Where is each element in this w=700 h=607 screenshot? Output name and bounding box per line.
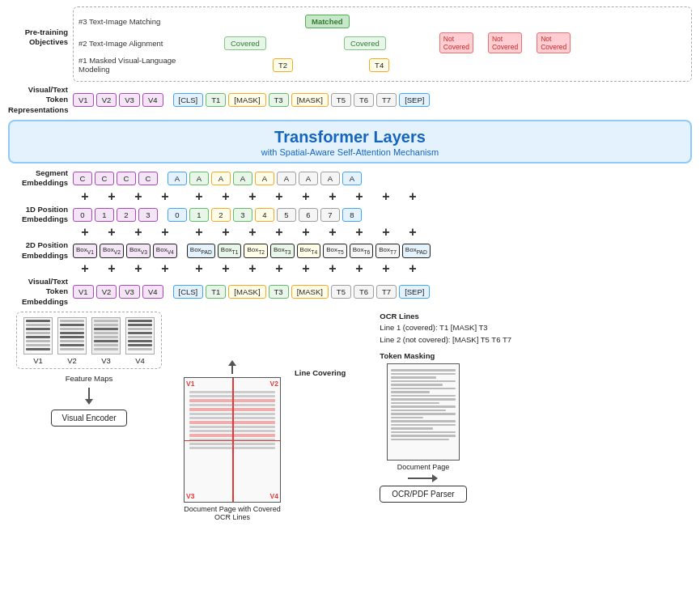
feat-img-v3 bbox=[91, 317, 121, 354]
doc-plain-area: Document Page OCR/PDF Parser bbox=[380, 363, 466, 503]
feature-maps-box: V1 V bbox=[16, 312, 162, 369]
plus-13: + bbox=[401, 189, 425, 204]
plus3-9: + bbox=[294, 261, 318, 276]
pos-t6: 6 bbox=[299, 208, 318, 222]
ocr-line-2: Line 2 (not covered): [MASK] T5 T6 T7 bbox=[380, 334, 511, 344]
ocr-lines-label: OCR Lines bbox=[380, 312, 511, 320]
vt-repr-label: Visual/Text TokenRepresentations bbox=[8, 85, 73, 115]
seg-c1: C bbox=[73, 172, 92, 185]
feat-v1-label: V1 bbox=[33, 356, 43, 365]
objectives-area: #3 Text-Image Matching Matched #2 Text-I… bbox=[73, 6, 692, 82]
emb-mask2: [MASK] bbox=[291, 285, 329, 299]
plus-12: + bbox=[374, 189, 398, 204]
plus-11: + bbox=[347, 189, 371, 204]
plus3-2: + bbox=[100, 261, 124, 276]
vt-mask1: [MASK] bbox=[228, 93, 265, 107]
vt-v1: V1 bbox=[73, 93, 94, 107]
plus3-6: + bbox=[214, 261, 238, 276]
plus-row-2: + + + + + + + + + + + + + bbox=[8, 225, 692, 240]
seg-a5: A bbox=[277, 172, 296, 185]
not-covered-badge-3: NotCovered bbox=[537, 32, 571, 53]
vt-v4: V4 bbox=[142, 93, 163, 107]
arrow-down-1 bbox=[85, 388, 93, 405]
segment-label: SegmentEmbeddings bbox=[8, 168, 73, 189]
emb-t3: T3 bbox=[269, 285, 289, 299]
plus-5: + bbox=[187, 189, 211, 204]
seg-c3: C bbox=[117, 172, 136, 185]
plus2-13: + bbox=[401, 225, 425, 240]
not-covered-badge-2: NotCovered bbox=[488, 32, 522, 53]
pos2d-label: 2D PositionEmbeddings bbox=[8, 240, 73, 261]
feat-img-v1 bbox=[23, 317, 53, 354]
vt-mask2: [MASK] bbox=[291, 93, 329, 107]
plus-3: + bbox=[126, 189, 151, 204]
plus3-12: + bbox=[374, 261, 398, 276]
pos-1: 1 bbox=[95, 208, 114, 222]
ocr-pdf-box: OCR/PDF Parser bbox=[380, 486, 466, 503]
emb-v3: V3 bbox=[119, 285, 140, 299]
plus3-11: + bbox=[347, 261, 371, 276]
box-v4: BoxV4 bbox=[153, 244, 177, 258]
obj2-tokens: Covered Covered NotCovered NotCovered No… bbox=[192, 32, 686, 53]
segment-tokens: C C C C A A A A A A A A A bbox=[73, 172, 362, 185]
matched-badge: Matched bbox=[305, 15, 350, 28]
vt-embed-row: Visual/Text TokenEmbeddings V1 V2 V3 V4 … bbox=[8, 277, 692, 307]
plus2-11: + bbox=[347, 225, 371, 240]
plus-2: + bbox=[100, 189, 124, 204]
token-masking-area: Token Masking bbox=[380, 351, 435, 360]
emb-v4: V4 bbox=[142, 285, 163, 299]
transformer-title: Transformer Layers bbox=[10, 128, 690, 146]
obj3-row: #3 Text-Image Matching Matched bbox=[78, 12, 686, 30]
seg-a7: A bbox=[320, 172, 340, 185]
feat-map-v4: V4 bbox=[125, 317, 155, 365]
transformer-box: Transformer Layers with Spatial-Aware Se… bbox=[8, 120, 692, 163]
emb-cls: [CLS] bbox=[173, 285, 204, 299]
plus2-1: + bbox=[73, 225, 97, 240]
plus3-1: + bbox=[73, 261, 97, 276]
plus2-7: + bbox=[240, 225, 265, 240]
vt-t1: T1 bbox=[206, 93, 226, 107]
feature-maps-label: Feature Maps bbox=[66, 374, 113, 383]
box-v3: BoxV3 bbox=[126, 244, 151, 258]
emb-t5: T5 bbox=[331, 285, 351, 299]
plus3-3: + bbox=[126, 261, 151, 276]
line-covering-label: Line Covering bbox=[295, 368, 346, 377]
pos1d-label: 1D PositionEmbeddings bbox=[8, 205, 73, 225]
bottom-left: V1 V bbox=[8, 312, 170, 427]
box-v1: BoxV1 bbox=[73, 244, 97, 258]
pos-t2: 2 bbox=[211, 208, 231, 222]
arrow-up-from-encoder bbox=[228, 360, 236, 374]
embed-section: SegmentEmbeddings C C C C A A A A A A A … bbox=[8, 168, 692, 307]
visual-encoder-box: Visual Encoder bbox=[51, 410, 126, 427]
vt-sep: [SEP] bbox=[399, 93, 430, 107]
token-masking-label: Token Masking bbox=[380, 351, 435, 360]
plus3-8: + bbox=[267, 261, 291, 276]
vt-v2: V2 bbox=[96, 93, 117, 107]
ocr-lines-section: OCR Lines Line 1 (covered): T1 [MASK] T3… bbox=[380, 312, 511, 346]
plus-10: + bbox=[320, 189, 345, 204]
obj2-label: #2 Text-Image Alignment bbox=[78, 39, 192, 48]
corner-v1-label: V1 bbox=[186, 380, 194, 388]
box-t7: BoxT7 bbox=[375, 244, 400, 258]
box-t6: BoxT6 bbox=[350, 244, 374, 258]
plus3-4: + bbox=[153, 261, 177, 276]
corner-v3-label: V3 bbox=[186, 492, 194, 500]
pos-t1: 1 bbox=[189, 208, 209, 222]
emb-v1: V1 bbox=[73, 285, 94, 299]
plus-1: + bbox=[73, 189, 97, 204]
pos-2: 2 bbox=[117, 208, 136, 222]
pos-t0: 0 bbox=[168, 208, 187, 222]
vt-t5: T5 bbox=[331, 93, 351, 107]
bottom-right: OCR Lines Line 1 (covered): T1 [MASK] T3… bbox=[355, 312, 511, 503]
covered-badge-2: Covered bbox=[344, 36, 386, 50]
vt-v3: V3 bbox=[119, 93, 140, 107]
box-v2: BoxV2 bbox=[100, 244, 124, 258]
doc-covered-label: Document Page with Covered OCR Lines bbox=[180, 505, 285, 521]
box-t1: BoxT1 bbox=[218, 244, 242, 258]
feat-img-v2 bbox=[57, 317, 87, 354]
pos1d-embed-row: 1D PositionEmbeddings 0 1 2 3 0 1 2 3 4 … bbox=[8, 205, 692, 225]
ocr-line2-text: Line 2 (not covered): [MASK] T5 T6 T7 bbox=[380, 335, 511, 344]
obj1-tokens: T2 T4 bbox=[192, 58, 686, 72]
vt-t7: T7 bbox=[376, 93, 397, 107]
seg-a2: A bbox=[211, 172, 231, 185]
